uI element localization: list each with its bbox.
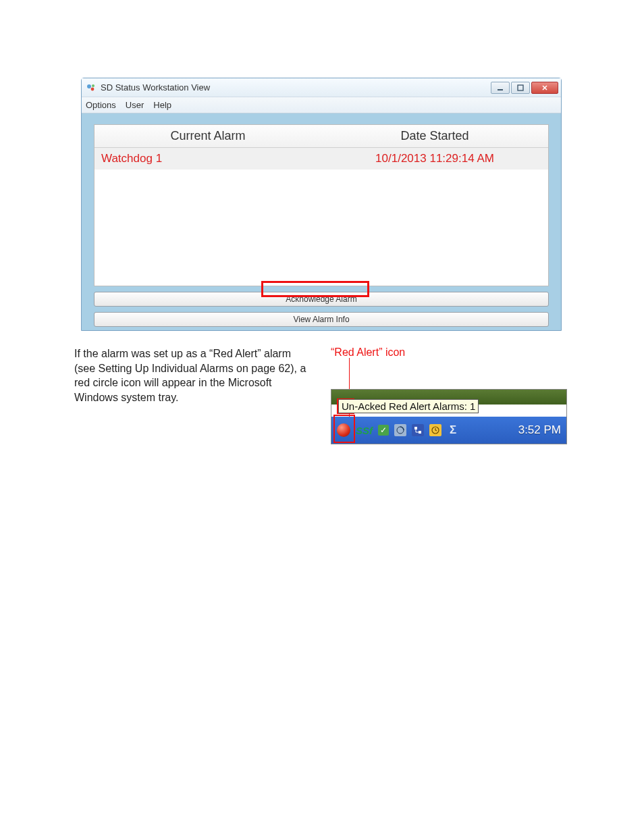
minimize-button[interactable] xyxy=(491,82,510,94)
menu-options[interactable]: Options xyxy=(86,100,116,110)
menu-help[interactable]: Help xyxy=(153,100,171,110)
window-client-area: Current Alarm Date Started Watchdog 1 10… xyxy=(82,113,561,330)
acknowledge-alarm-button[interactable]: Acknowledge Alarm xyxy=(94,292,549,307)
app-icon xyxy=(86,82,97,93)
checkmark-tray-icon[interactable]: ✓ xyxy=(378,425,389,436)
alarm-table[interactable]: Current Alarm Date Started Watchdog 1 10… xyxy=(94,124,549,286)
body-paragraph: If the alarm was set up as a “Red Alert”… xyxy=(74,346,309,405)
svg-rect-4 xyxy=(518,85,523,90)
sigma-tray-icon[interactable]: Σ xyxy=(447,424,459,436)
window-title: SD Status Workstation View xyxy=(101,82,491,93)
ssf-tray-icon[interactable]: SSf xyxy=(356,425,373,436)
system-tray-screenshot: Un-Acked Red Alert Alarms: 1 SSf ✓ Σ 3:5… xyxy=(331,389,567,444)
table-row[interactable]: Watchdog 1 10/1/2013 11:29:14 AM xyxy=(95,148,548,170)
updates-tray-icon[interactable] xyxy=(394,424,406,436)
sd-status-window: SD Status Workstation View Options User … xyxy=(81,78,562,331)
red-alert-annotation: “Red Alert” icon xyxy=(331,346,405,359)
taskbar: SSf ✓ Σ 3:52 PM xyxy=(331,417,566,444)
red-alert-icon[interactable] xyxy=(337,423,350,437)
maximize-button[interactable] xyxy=(511,82,530,94)
network-tray-icon[interactable] xyxy=(412,424,424,436)
col-date-started[interactable]: Date Started xyxy=(321,125,548,147)
svg-rect-7 xyxy=(419,431,421,434)
close-button[interactable] xyxy=(531,82,558,94)
menu-bar: Options User Help xyxy=(82,97,561,113)
clock-tray-icon[interactable] xyxy=(429,424,441,436)
svg-point-1 xyxy=(91,87,95,90)
svg-point-2 xyxy=(92,84,95,87)
taskbar-clock[interactable]: 3:52 PM xyxy=(518,423,561,437)
col-current-alarm[interactable]: Current Alarm xyxy=(95,125,321,147)
cell-alarm-name: Watchdog 1 xyxy=(95,148,321,170)
window-titlebar[interactable]: SD Status Workstation View xyxy=(82,78,561,97)
svg-rect-3 xyxy=(498,89,503,90)
tray-tooltip: Un-Acked Red Alert Alarms: 1 xyxy=(338,399,479,413)
svg-rect-6 xyxy=(414,427,417,429)
view-alarm-info-button[interactable]: View Alarm Info xyxy=(94,312,549,327)
svg-point-0 xyxy=(87,84,91,88)
menu-user[interactable]: User xyxy=(126,100,144,110)
cell-alarm-date: 10/1/2013 11:29:14 AM xyxy=(321,148,548,170)
